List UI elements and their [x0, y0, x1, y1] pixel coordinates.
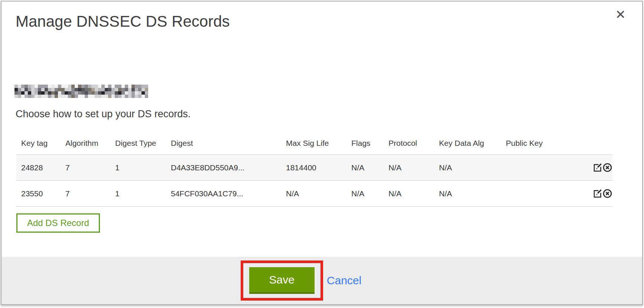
cell-key-tag: 24828 — [16, 155, 61, 181]
cell-flags: N/A — [347, 181, 384, 207]
cell-max-sig-life: 1814400 — [281, 155, 347, 181]
col-header-public-key: Public Key — [501, 135, 585, 155]
cell-algorithm: 7 — [61, 181, 110, 207]
col-header-flags: Flags — [347, 135, 384, 155]
delete-record-icon[interactable] — [602, 189, 612, 199]
cell-protocol: N/A — [384, 181, 434, 207]
col-header-actions — [585, 135, 612, 155]
dnssec-ds-records-dialog: Manage DNSSEC DS Records ✕ Choose how to… — [1, 1, 643, 305]
cell-key-data-alg: N/A — [434, 155, 501, 181]
cell-digest-type: 1 — [110, 155, 166, 181]
cell-key-data-alg: N/A — [434, 181, 501, 207]
col-header-algorithm: Algorithm — [61, 135, 110, 155]
col-header-key-tag: Key tag — [16, 135, 61, 155]
col-header-protocol: Protocol — [384, 135, 434, 155]
save-button[interactable]: Save — [249, 267, 315, 294]
delete-record-icon[interactable] — [602, 163, 612, 173]
close-icon[interactable]: ✕ — [615, 8, 626, 21]
add-ds-record-button[interactable]: Add DS Record — [16, 213, 100, 233]
col-header-max-sig-life: Max Sig Life — [281, 135, 347, 155]
dialog-footer: Save Cancel — [1, 257, 642, 304]
intro-text: Choose how to set up your DS records. — [16, 108, 191, 120]
edit-record-icon[interactable] — [592, 189, 602, 199]
cell-flags: N/A — [347, 155, 384, 181]
domain-name-redacted — [14, 85, 148, 98]
col-header-key-data-alg: Key Data Alg — [434, 135, 501, 155]
ds-records-table: Key tag Algorithm Digest Type Digest Max… — [16, 135, 612, 207]
page-title: Manage DNSSEC DS Records — [16, 13, 230, 30]
col-header-digest: Digest — [166, 135, 281, 155]
table-row: 23550 7 1 54FCF030AA1C79... N/A N/A N/A … — [16, 181, 612, 207]
col-header-digest-type: Digest Type — [110, 135, 166, 155]
cell-digest: D4A33E8DD550A9... — [166, 155, 281, 181]
cancel-link[interactable]: Cancel — [327, 274, 361, 287]
cell-key-tag: 23550 — [16, 181, 61, 207]
cell-algorithm: 7 — [61, 155, 110, 181]
cell-public-key — [501, 155, 585, 181]
edit-record-icon[interactable] — [592, 163, 602, 173]
cell-digest: 54FCF030AA1C79... — [166, 181, 281, 207]
cell-max-sig-life: N/A — [281, 181, 347, 207]
table-header-row: Key tag Algorithm Digest Type Digest Max… — [16, 135, 612, 155]
cell-digest-type: 1 — [110, 181, 166, 207]
cell-public-key — [501, 181, 585, 207]
table-row: 24828 7 1 D4A33E8DD550A9... 1814400 N/A … — [16, 155, 612, 181]
cell-protocol: N/A — [384, 155, 434, 181]
annotation-highlight-box: Save — [241, 261, 323, 301]
